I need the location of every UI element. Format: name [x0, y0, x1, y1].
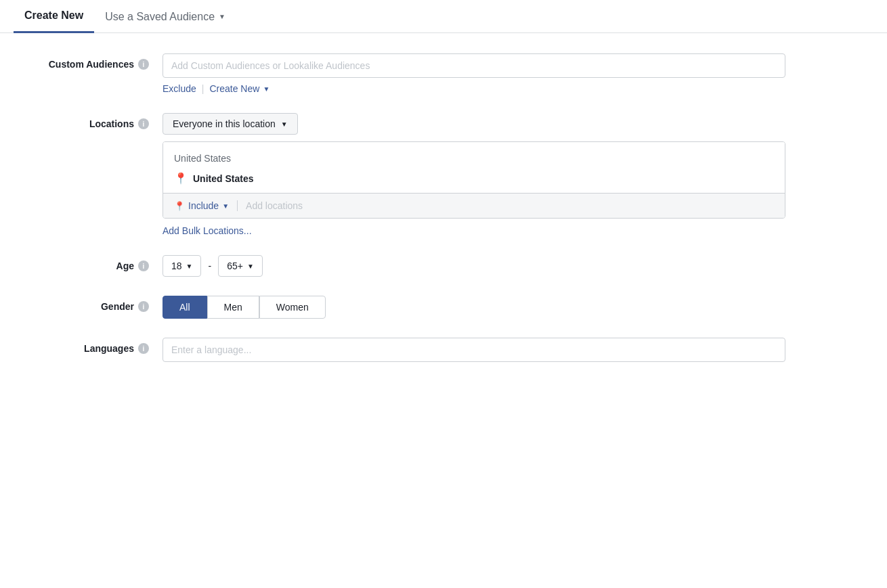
main-container: Create New Use a Saved Audience ▼ Custom… [0, 0, 887, 588]
age-content: 18 ▼ - 65+ ▼ [163, 255, 785, 277]
form-section: Custom Audiences i Exclude | Create New … [0, 33, 887, 401]
tab-create-new[interactable]: Create New [14, 0, 94, 33]
pin-icon: 📍 [174, 172, 188, 185]
gender-women-btn[interactable]: Women [259, 296, 326, 319]
custom-audiences-link-row: Exclude | Create New ▼ [163, 83, 785, 94]
location-box: United States 📍 United States 📍 Include … [163, 141, 785, 219]
age-row: Age i 18 ▼ - 65+ ▼ [14, 255, 873, 277]
add-locations-input[interactable] [237, 200, 774, 211]
gender-label: Gender i [14, 296, 163, 312]
location-search-placeholder: United States [174, 153, 774, 164]
languages-row: Languages i [14, 338, 873, 362]
include-dropdown-btn[interactable]: 📍 Include ▼ [174, 200, 229, 211]
chevron-down-icon: ▼ [219, 13, 225, 20]
location-type-dropdown[interactable]: Everyone in this location ▼ [163, 113, 298, 135]
location-include-row: 📍 Include ▼ [163, 193, 785, 218]
locations-row: Locations i Everyone in this location ▼ … [14, 113, 873, 236]
custom-audiences-row: Custom Audiences i Exclude | Create New … [14, 53, 873, 94]
create-new-dropdown-btn[interactable]: Create New ▼ [209, 83, 269, 94]
age-max-dropdown[interactable]: 65+ ▼ [218, 255, 263, 277]
age-min-dropdown[interactable]: 18 ▼ [163, 255, 201, 277]
age-dash: - [208, 261, 211, 271]
location-entry: 📍 United States [174, 172, 774, 185]
tab-use-saved-audience[interactable]: Use a Saved Audience ▼ [94, 1, 236, 32]
pin-icon-include: 📍 [174, 201, 185, 211]
gender-all-btn[interactable]: All [163, 296, 207, 319]
custom-audiences-label: Custom Audiences i [14, 53, 163, 70]
chevron-down-icon-age-max: ▼ [247, 263, 254, 270]
languages-label: Languages i [14, 338, 163, 354]
gender-row: Gender i All Men Women [14, 296, 873, 319]
custom-audiences-info-icon[interactable]: i [138, 59, 149, 70]
tab-row: Create New Use a Saved Audience ▼ [0, 0, 887, 33]
age-info-icon[interactable]: i [138, 261, 149, 271]
gender-men-btn[interactable]: Men [207, 296, 259, 319]
chevron-down-icon-create: ▼ [263, 85, 269, 93]
location-name: United States [193, 173, 253, 184]
custom-audiences-content: Exclude | Create New ▼ [163, 53, 785, 94]
languages-info-icon[interactable]: i [138, 343, 149, 354]
age-selector-row: 18 ▼ - 65+ ▼ [163, 255, 785, 277]
add-bulk-locations-link[interactable]: Add Bulk Locations... [163, 225, 785, 236]
locations-label: Locations i [14, 113, 163, 129]
age-label: Age i [14, 255, 163, 271]
exclude-link[interactable]: Exclude [163, 83, 196, 94]
locations-info-icon[interactable]: i [138, 118, 149, 129]
languages-input[interactable] [163, 338, 785, 362]
gender-info-icon[interactable]: i [138, 301, 149, 312]
gender-content: All Men Women [163, 296, 785, 319]
chevron-down-icon-age-min: ▼ [186, 263, 193, 270]
custom-audiences-input[interactable] [163, 53, 785, 78]
location-search-area: United States 📍 United States [163, 142, 785, 193]
divider: | [202, 83, 204, 94]
chevron-down-icon-include: ▼ [222, 202, 229, 210]
languages-content [163, 338, 785, 362]
gender-btn-group: All Men Women [163, 296, 785, 319]
chevron-down-icon-location: ▼ [281, 120, 288, 128]
locations-content: Everyone in this location ▼ United State… [163, 113, 785, 236]
